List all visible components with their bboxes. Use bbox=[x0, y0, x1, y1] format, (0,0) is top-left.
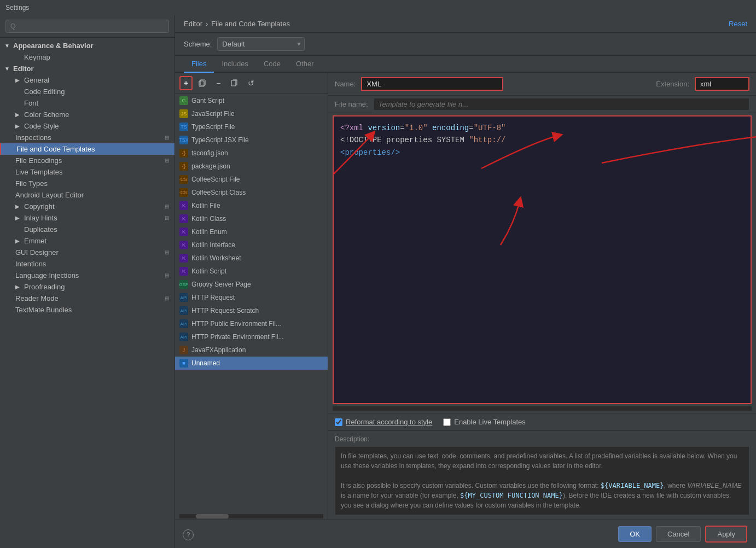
list-item[interactable]: JS JavaScript File bbox=[175, 107, 328, 120]
file-type-icon: J bbox=[179, 346, 188, 354]
sidebar-item-appearance[interactable]: Appearance & Behavior bbox=[0, 40, 175, 51]
sidebar-item-label: Android Layout Editor bbox=[15, 191, 84, 199]
list-item[interactable]: {} package.json bbox=[175, 160, 328, 173]
list-item[interactable]: CS CoffeeScript File bbox=[175, 173, 328, 186]
file-item-label: Groovy Server Page bbox=[191, 281, 251, 288]
sidebar-search-input[interactable] bbox=[5, 20, 169, 33]
file-type-icon: CS bbox=[179, 175, 188, 184]
sidebar-item-live-templates[interactable]: Live Templates bbox=[0, 166, 175, 178]
file-item-label: TypeScript File bbox=[191, 123, 235, 131]
sidebar-item-textmate[interactable]: TextMate Bundles bbox=[0, 304, 175, 316]
file-item-label: package.json bbox=[191, 162, 230, 170]
sidebar-item-general[interactable]: General bbox=[0, 74, 175, 86]
sidebar: Appearance & Behavior Keymap Editor Gene… bbox=[0, 15, 175, 548]
list-item[interactable]: J JavaFXApplication bbox=[175, 343, 328, 357]
duplicate-template-button[interactable] bbox=[226, 77, 242, 89]
sidebar-item-file-types[interactable]: File Types bbox=[0, 178, 175, 189]
sidebar-item-gui-designer[interactable]: GUI Designer ⊞ bbox=[0, 247, 175, 258]
list-item[interactable]: G Gant Script bbox=[175, 94, 328, 107]
sidebar-item-label: Inspections bbox=[15, 133, 51, 142]
tab-other[interactable]: Other bbox=[288, 56, 322, 73]
sidebar-item-label: Font bbox=[24, 99, 38, 107]
list-item[interactable]: CS CoffeeScript Class bbox=[175, 186, 328, 199]
sidebar-item-editor[interactable]: Editor bbox=[0, 63, 175, 74]
apply-button[interactable]: Apply bbox=[705, 526, 747, 543]
remove-template-button[interactable]: − bbox=[212, 77, 224, 90]
sidebar-item-font[interactable]: Font bbox=[0, 97, 175, 109]
file-type-icon: K bbox=[179, 214, 188, 223]
arrow-icon bbox=[15, 284, 22, 290]
name-input[interactable] bbox=[361, 77, 503, 91]
sidebar-item-language-injections[interactable]: Language Injections ⊞ bbox=[0, 270, 175, 281]
file-item-label: Kotlin Script bbox=[191, 267, 226, 275]
list-item[interactable]: API HTTP Private Environment Fil... bbox=[175, 330, 328, 343]
sidebar-item-keymap[interactable]: Keymap bbox=[0, 51, 175, 63]
code-editor-scrollbar[interactable] bbox=[333, 406, 752, 411]
list-item[interactable]: API HTTP Public Environment Fil... bbox=[175, 317, 328, 330]
list-item[interactable]: GSP Groovy Server Page bbox=[175, 278, 328, 291]
add-template-button[interactable]: + bbox=[179, 76, 193, 90]
reset-button[interactable]: Reset bbox=[729, 20, 747, 28]
extension-input[interactable] bbox=[695, 77, 749, 91]
sidebar-item-copyright[interactable]: Copyright ⊞ bbox=[0, 201, 175, 212]
list-item[interactable]: K Kotlin Worksheet bbox=[175, 252, 328, 265]
sidebar-item-duplicates[interactable]: Duplicates bbox=[0, 224, 175, 235]
sidebar-item-label: Language Injections bbox=[15, 271, 79, 279]
sidebar-item-reader-mode[interactable]: Reader Mode ⊞ bbox=[0, 293, 175, 304]
list-item[interactable]: K Kotlin Interface bbox=[175, 238, 328, 252]
tab-includes[interactable]: Includes bbox=[214, 56, 255, 73]
live-templates-checkbox-label[interactable]: Enable Live Templates bbox=[443, 418, 526, 426]
file-list-scrollbar[interactable] bbox=[179, 514, 323, 518]
file-list-toolbar: + − bbox=[175, 73, 328, 94]
sidebar-item-file-encodings[interactable]: File Encodings ⊞ bbox=[0, 155, 175, 166]
list-item[interactable]: API HTTP Request Scratch bbox=[175, 304, 328, 317]
list-item[interactable]: TSX TypeScript JSX File bbox=[175, 133, 328, 147]
description-text: In file templates, you can use text, cod… bbox=[335, 446, 749, 515]
live-templates-checkbox[interactable] bbox=[443, 418, 451, 426]
sidebar-item-color-scheme[interactable]: Color Scheme bbox=[0, 109, 175, 120]
list-item[interactable]: K Kotlin Script bbox=[175, 265, 328, 278]
list-item[interactable]: TS TypeScript File bbox=[175, 120, 328, 133]
sidebar-item-intentions[interactable]: Intentions bbox=[0, 258, 175, 270]
copy-icon bbox=[199, 79, 206, 87]
file-type-icon: API bbox=[179, 319, 188, 328]
help-button[interactable]: ? bbox=[183, 529, 194, 540]
list-item-unnamed[interactable]: ■ Unnamed bbox=[175, 357, 328, 370]
sidebar-item-code-style[interactable]: Code Style bbox=[0, 120, 175, 132]
copy-template-button[interactable] bbox=[195, 77, 210, 89]
scheme-select[interactable]: Default Project bbox=[217, 37, 305, 51]
file-item-label: TypeScript JSX File bbox=[191, 136, 249, 144]
list-item[interactable]: K Kotlin File bbox=[175, 199, 328, 212]
scheme-label: Scheme: bbox=[184, 40, 212, 48]
arrow-icon bbox=[15, 203, 22, 209]
sidebar-item-android-layout[interactable]: Android Layout Editor bbox=[0, 189, 175, 201]
file-item-label: Kotlin File bbox=[191, 202, 220, 209]
reset-template-button[interactable]: ↺ bbox=[244, 77, 258, 90]
sidebar-item-inspections[interactable]: Inspections ⊞ bbox=[0, 132, 175, 143]
reformat-checkbox[interactable] bbox=[335, 418, 342, 426]
sidebar-item-label: Reader Mode bbox=[15, 294, 59, 302]
list-item[interactable]: K Kotlin Enum bbox=[175, 225, 328, 238]
reformat-checkbox-label[interactable]: Reformat according to style bbox=[335, 418, 432, 426]
cancel-button[interactable]: Cancel bbox=[656, 526, 701, 542]
arrow-icon bbox=[15, 123, 22, 129]
code-editor[interactable]: <?xml version="1.0" encoding="UTF-8"<!DO… bbox=[333, 115, 752, 404]
sidebar-item-proofreading[interactable]: Proofreading bbox=[0, 281, 175, 293]
file-item-label: CoffeeScript File bbox=[191, 176, 240, 183]
tab-files[interactable]: Files bbox=[184, 56, 214, 73]
sidebar-item-inlay-hints[interactable]: Inlay Hints ⊞ bbox=[0, 212, 175, 224]
file-type-icon: API bbox=[179, 333, 188, 341]
file-type-icon: K bbox=[179, 267, 188, 276]
ok-button[interactable]: OK bbox=[618, 526, 652, 542]
sidebar-item-emmet[interactable]: Emmet bbox=[0, 235, 175, 247]
list-item[interactable]: {} tsconfig.json bbox=[175, 147, 328, 160]
list-item[interactable]: API HTTP Request bbox=[175, 291, 328, 304]
sidebar-item-file-code-templates[interactable]: File and Code Templates bbox=[0, 143, 175, 155]
list-item[interactable]: K Kotlin Class bbox=[175, 212, 328, 225]
filename-row: File name: bbox=[328, 96, 756, 113]
sidebar-item-code-editing[interactable]: Code Editing bbox=[0, 86, 175, 97]
template-area: + − bbox=[175, 73, 756, 520]
bottom-options: Reformat according to style Enable Live … bbox=[328, 413, 756, 430]
tab-code[interactable]: Code bbox=[256, 56, 288, 73]
filename-input[interactable] bbox=[374, 98, 749, 110]
